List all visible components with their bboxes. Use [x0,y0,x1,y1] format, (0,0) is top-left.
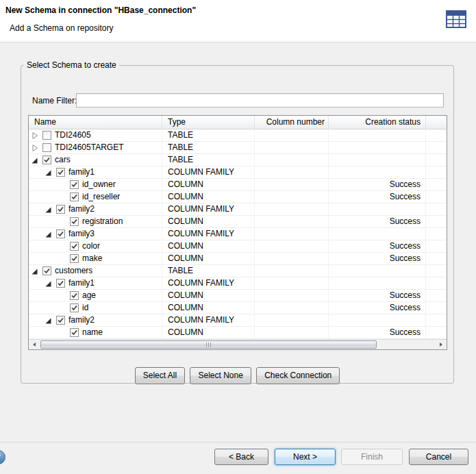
expand-arrow[interactable] [59,254,70,263]
row-filler-cell [426,142,447,153]
row-creation-status-cell [329,154,426,166]
row-checkbox[interactable] [42,131,51,140]
row-name-label: TDI24605TARGET [55,142,123,153]
table-row[interactable]: id COLUMN Success [29,302,447,314]
table-row[interactable]: registration COLUMN Success [29,216,447,228]
back-button[interactable]: < Back [214,449,268,465]
name-filter-input[interactable] [76,93,444,108]
row-checkbox[interactable] [70,192,79,201]
row-filler-cell [426,154,447,166]
check-connection-button[interactable]: Check Connection [256,367,340,384]
row-name-label: TDI24605 [55,129,91,141]
column-header-column-number[interactable]: Column number [255,116,329,129]
scroll-right-button[interactable] [436,340,447,349]
scrollbar-track[interactable] [40,340,436,349]
row-checkbox[interactable] [70,254,79,263]
row-checkbox[interactable] [70,217,79,226]
expanded-triangle-icon [32,267,38,275]
row-creation-status-cell: Success [329,290,426,301]
expand-arrow[interactable] [45,168,56,177]
expanded-triangle-icon [45,316,52,325]
expand-arrow[interactable] [45,229,56,238]
row-checkbox[interactable] [42,143,51,152]
row-type-cell: COLUMN [162,191,255,203]
expand-arrow[interactable] [32,266,42,275]
row-type-cell: COLUMN [162,216,255,227]
row-checkbox[interactable] [70,291,79,300]
table-body: TDI24605 TABLE TDI24605TARGET TABLE [29,129,447,339]
expand-arrow[interactable] [32,131,42,140]
row-filler-cell [426,240,447,252]
table-row[interactable]: TDI24605TARGET TABLE [29,142,447,154]
row-checkbox[interactable] [56,168,65,177]
checkmark-icon [71,255,78,262]
row-checkbox[interactable] [70,328,79,337]
table-row[interactable]: family2 COLUMN FAMILY [29,314,447,327]
select-all-button[interactable]: Select All [135,367,185,384]
row-filler-cell [426,191,447,203]
table-row[interactable]: family1 COLUMN FAMILY [29,277,447,290]
expand-arrow[interactable] [59,291,70,300]
next-button[interactable]: Next > [275,449,336,465]
table-row[interactable]: customers TABLE [29,265,447,277]
table-row[interactable]: name COLUMN Success [29,327,447,339]
table-row[interactable]: family1 COLUMN FAMILY [29,166,447,179]
row-column-number-cell [255,216,329,227]
expand-arrow[interactable] [59,328,70,337]
row-checkbox[interactable] [70,303,79,312]
row-checkbox[interactable] [70,242,79,251]
help-button[interactable]: ? [0,450,5,464]
select-none-button[interactable]: Select None [190,367,251,384]
cancel-button[interactable]: Cancel [409,449,468,465]
horizontal-scrollbar[interactable] [29,339,447,349]
row-checkbox[interactable] [70,180,79,189]
checkmark-icon [71,193,78,201]
scrollbar-thumb[interactable] [40,340,377,349]
expand-arrow[interactable] [59,180,70,189]
row-checkbox[interactable] [42,266,51,275]
row-column-number-cell [255,302,329,314]
table-row[interactable]: make COLUMN Success [29,253,447,265]
table-row[interactable]: id_owner COLUMN Success [29,179,447,191]
table-header-row: Name Type Column number Creation status [29,116,447,129]
expand-arrow[interactable] [59,242,70,251]
expand-arrow[interactable] [45,279,56,288]
group-legend: Select Schema to create [24,60,119,70]
schema-table: Name Type Column number Creation status [28,115,447,350]
table-row[interactable]: color COLUMN Success [29,240,447,253]
column-header-type[interactable]: Type [162,116,255,129]
row-checkbox[interactable] [56,229,65,238]
row-type-cell: COLUMN [162,290,255,301]
table-row[interactable]: TDI24605 TABLE [29,129,447,142]
row-checkbox[interactable] [56,279,65,288]
table-row[interactable]: id_reseller COLUMN Success [29,191,447,203]
row-type-cell: COLUMN FAMILY [162,203,255,215]
checkmark-icon [71,304,78,312]
expand-arrow[interactable] [59,217,70,226]
scroll-left-button[interactable] [29,340,40,349]
expanded-triangle-icon [45,230,52,238]
expand-arrow[interactable] [59,192,70,201]
row-checkbox[interactable] [42,155,51,164]
column-header-name[interactable]: Name [29,116,162,129]
row-column-number-cell [255,277,329,289]
table-row[interactable]: cars TABLE [29,154,447,166]
table-row[interactable]: age COLUMN Success [29,290,447,302]
row-checkbox[interactable] [56,316,65,325]
table-row[interactable]: family2 COLUMN FAMILY [29,203,447,216]
row-filler-cell [426,314,447,326]
row-column-number-cell [255,327,329,338]
expand-arrow[interactable] [45,205,56,214]
expand-arrow[interactable] [32,143,42,152]
row-name-cell: TDI24605TARGET [29,142,162,153]
expand-arrow[interactable] [45,316,56,325]
expanded-triangle-icon [32,156,38,164]
row-checkbox[interactable] [56,205,65,214]
checkmark-icon [57,230,64,238]
expand-arrow[interactable] [32,155,42,164]
row-creation-status-cell [329,142,426,153]
row-type-cell: COLUMN [162,327,255,338]
column-header-creation-status[interactable]: Creation status [329,116,426,129]
table-row[interactable]: family3 COLUMN FAMILY [29,228,447,240]
expand-arrow[interactable] [59,303,70,312]
